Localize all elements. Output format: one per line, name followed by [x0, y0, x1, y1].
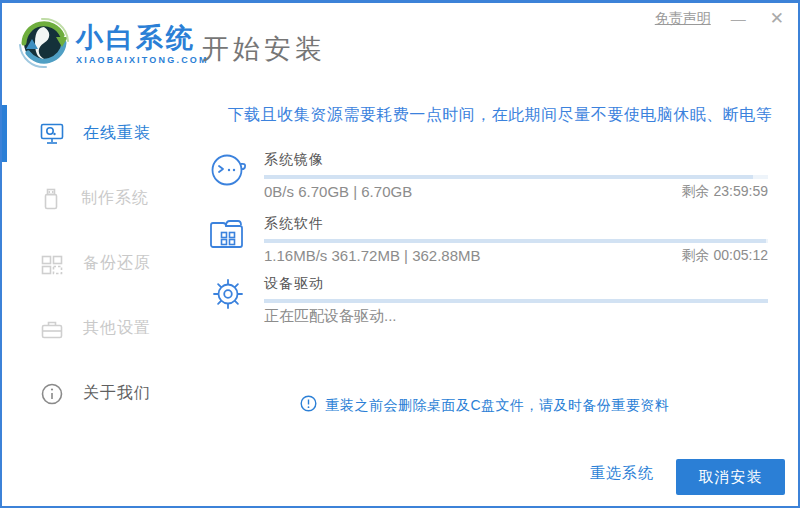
app-window: 小白系统 XIAOBAIXITONG.COM 开始安装 免责声明 — ✕ 在线重…: [0, 0, 800, 508]
download-notice: 下载且收集资源需要耗费一点时间，在此期间尽量不要使电脑休眠、断电等: [212, 105, 788, 126]
monitor-icon: [40, 123, 64, 145]
progress-fill: [264, 299, 768, 303]
page-title: 开始安装: [202, 31, 326, 67]
reselect-system-button[interactable]: 重选系统: [590, 456, 654, 490]
brand: 小白系统 XIAOBAIXITONG.COM: [76, 23, 209, 65]
sidebar-item-make-system[interactable]: 制作系统: [2, 166, 202, 231]
active-indicator: [2, 105, 7, 162]
mascot-face-icon: [207, 149, 249, 191]
sidebar-item-label: 备份还原: [83, 253, 151, 274]
usb-icon: [40, 187, 62, 211]
sidebar: 在线重装 制作系统: [2, 91, 202, 506]
main-content: 下载且收集资源需要耗费一点时间，在此期间尽量不要使电脑休眠、断电等 系统镜像 0…: [202, 91, 798, 506]
info-icon: [40, 382, 64, 406]
header: 小白系统 XIAOBAIXITONG.COM 开始安装 免责声明 — ✕: [2, 3, 798, 91]
task-title: 系统镜像: [264, 151, 324, 169]
sidebar-item-backup-restore[interactable]: 备份还原: [2, 231, 202, 296]
sidebar-item-label: 关于我们: [83, 383, 151, 404]
progress-fill: [264, 175, 753, 179]
task-stats: 1.16MB/s 361.72MB | 362.88MB: [264, 247, 481, 265]
task-stats: 0B/s 6.70GB | 6.70GB: [264, 183, 412, 201]
progress-bar: [264, 239, 768, 243]
disclaimer-link[interactable]: 免责声明: [655, 10, 711, 28]
cancel-install-button[interactable]: 取消安装: [676, 459, 785, 495]
task-row-system-image: 系统镜像 0B/s 6.70GB | 6.70GB 剩余 23:59:59: [202, 149, 798, 207]
progress-fill: [264, 239, 766, 243]
progress-bar: [264, 175, 768, 179]
sidebar-item-label: 制作系统: [81, 188, 149, 209]
backup-grid-icon: [40, 252, 64, 276]
sidebar-item-online-reinstall[interactable]: 在线重装: [2, 101, 202, 166]
sidebar-item-label: 其他设置: [83, 318, 151, 339]
brand-name: 小白系统: [76, 23, 209, 53]
progress-bar: [264, 299, 768, 303]
close-button[interactable]: ✕: [766, 9, 788, 29]
task-row-system-software: 系统软件 1.16MB/s 361.72MB | 362.88MB 剩余 00:…: [202, 213, 798, 271]
task-status: 正在匹配设备驱动...: [264, 307, 397, 326]
task-remaining: 剩余 00:05:12: [682, 247, 768, 265]
task-title: 系统软件: [264, 215, 324, 233]
task-row-device-driver: 设备驱动 正在匹配设备驱动...: [202, 273, 798, 331]
sidebar-item-other-settings[interactable]: 其他设置: [2, 296, 202, 361]
toolbox-icon: [40, 318, 64, 340]
task-title: 设备驱动: [264, 275, 324, 293]
titlebar: 免责声明 — ✕: [655, 9, 788, 29]
sidebar-item-label: 在线重装: [83, 123, 151, 144]
folder-apps-icon: [207, 213, 249, 255]
task-remaining: 剩余 23:59:59: [682, 183, 768, 201]
backup-warning-text: 重装之前会删除桌面及C盘文件，请及时备份重要资料: [325, 397, 669, 415]
brand-domain: XIAOBAIXITONG.COM: [76, 55, 209, 65]
backup-warning: 重装之前会删除桌面及C盘文件，请及时备份重要资料: [202, 395, 768, 416]
sidebar-item-about-us[interactable]: 关于我们: [2, 361, 202, 426]
gear-icon: [207, 273, 249, 315]
app-logo-icon: [16, 15, 72, 71]
exclamation-circle-icon: [300, 395, 317, 416]
minimize-button[interactable]: —: [727, 9, 750, 29]
